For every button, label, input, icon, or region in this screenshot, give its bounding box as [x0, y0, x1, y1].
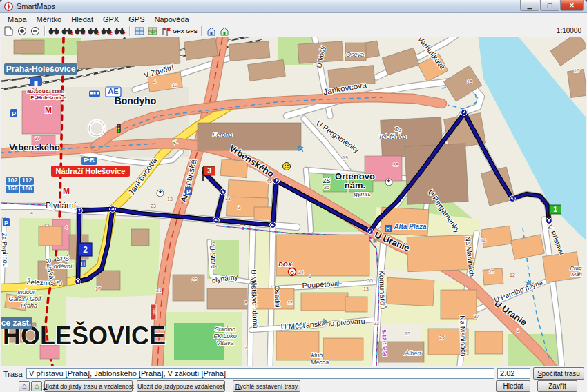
station-door: [35, 81, 38, 86]
menu-bar: MapaMěřítkoHledatGPXGPSNápověda: [0, 13, 587, 26]
svg-text:U: U: [84, 32, 86, 35]
search-binoculars-button-1[interactable]: [48, 26, 60, 37]
H-icon: H: [385, 225, 392, 232]
compute-route-button[interactable]: Spočítat trasu: [533, 367, 584, 380]
house-number: 2: [244, 345, 247, 350]
svg-text:Z: Z: [123, 32, 126, 35]
gpx-button[interactable]: GPX: [173, 26, 184, 37]
menu-item-1[interactable]: Mapa: [3, 14, 32, 24]
menu-item-4[interactable]: GPX: [98, 14, 124, 24]
house-number: 24: [32, 88, 37, 92]
house-blue-button[interactable]: ⌂: [19, 381, 30, 391]
house-number: 8: [244, 300, 247, 305]
home-green-button[interactable]: [218, 26, 230, 37]
house-number: 10: [172, 83, 177, 88]
search-binoculars-button-6[interactable]: Z: [114, 26, 126, 37]
gps-button[interactable]: GPS: [186, 26, 198, 37]
star-glyph: *: [159, 189, 162, 197]
map-label: nám.: [345, 180, 365, 190]
menu-item-3[interactable]: Hledat: [66, 14, 98, 24]
badge-text: 156: [7, 185, 17, 192]
building: [386, 277, 434, 306]
new-map-button[interactable]: [3, 26, 15, 37]
route-flags-button[interactable]: [160, 26, 171, 37]
badge-text: 102: [7, 177, 17, 184]
house-number: 38: [393, 162, 398, 167]
home-blue-button[interactable]: [205, 26, 217, 37]
app-icon: [4, 2, 13, 11]
house-number: 23: [374, 321, 379, 326]
map-label: O₂: [394, 126, 402, 133]
menu-item-5[interactable]: GPS: [124, 14, 149, 24]
quick-route-button[interactable]: Rychlé sestavení trasy: [233, 380, 300, 392]
house-number: 2: [517, 328, 519, 333]
menu-item-6[interactable]: Nápověda: [150, 14, 194, 24]
map-label: Man: [571, 271, 582, 277]
house-blue-icon: ⌂: [22, 383, 27, 389]
search-binoculars-button-2[interactable]: A: [61, 26, 73, 37]
route-field[interactable]: V přístavu [Praha], Jablonského [Praha],…: [26, 368, 494, 379]
map-canvas[interactable]: BondyhoVrbenskéhoVrbenskéhoPlynárníJanko…: [1, 37, 586, 366]
map-label: Plynární: [46, 201, 77, 210]
house-number: 33: [225, 196, 231, 201]
map-label: Komunardů: [378, 270, 387, 309]
house-green-icon: ⌂: [35, 383, 39, 389]
building: [39, 226, 62, 246]
eye: [285, 165, 286, 166]
building: [207, 288, 247, 309]
grid-route-button[interactable]: [146, 26, 158, 37]
eye: [287, 165, 289, 166]
house-number: 1: [309, 274, 311, 279]
star-glyph: *: [387, 178, 391, 186]
badge-text: 186: [21, 185, 32, 192]
map-label: Na Maninách: [459, 315, 468, 356]
map-viewport[interactable]: BondyhoVrbenskéhoVrbenskéhoPlynárníJanko…: [1, 37, 586, 366]
map-label: Vrbenského: [9, 142, 60, 153]
bus-win: [97, 92, 99, 95]
search-binoculars-button-4[interactable]: B: [88, 26, 99, 37]
route-node: [77, 208, 83, 214]
tl-red: [118, 125, 120, 127]
zoom-out-button[interactable]: [29, 26, 41, 37]
g-letter: G: [290, 270, 294, 276]
maximize-button[interactable]: ▢: [540, 0, 559, 11]
map-label: Praha: [21, 302, 37, 309]
smiley-icon: [283, 163, 291, 170]
svg-text:F: F: [110, 32, 113, 35]
tl-icon: [117, 124, 121, 133]
house-number: 13: [363, 286, 369, 291]
save-distance-button[interactable]: Uložit do jízdy pouze vzdálenost: [137, 380, 225, 392]
search-binoculars-button-5[interactable]: F: [101, 26, 113, 37]
house-number: 37: [474, 314, 479, 319]
house-green-button[interactable]: ⌂: [31, 381, 42, 391]
map-label: 5-12-15-54: [381, 329, 387, 357]
house-number: 25: [439, 335, 445, 340]
close-dialog-button[interactable]: Zavřít: [537, 380, 577, 392]
map-label: oděvní: [53, 263, 73, 270]
search-binoculars-button-3[interactable]: U: [75, 26, 86, 37]
house-number: 23: [192, 277, 198, 282]
building: [323, 338, 363, 360]
route-marker-2[interactable]: 2: [79, 243, 92, 256]
tram-stop: [242, 227, 244, 230]
route-node: [461, 110, 468, 116]
minimize-button[interactable]: ▁: [520, 0, 539, 11]
stop-square: [374, 239, 377, 243]
distance-field[interactable]: 2.02: [497, 368, 530, 379]
save-route-distance-button[interactable]: Uložit do jízdy trasu a vzdálenost: [44, 380, 133, 392]
close-button[interactable]: ✕: [560, 0, 584, 11]
zoom-in-button[interactable]: [16, 26, 28, 37]
map-label: ZŠ: [323, 177, 331, 184]
title-bar[interactable]: SmartMaps ▁ ▢ ✕: [0, 0, 587, 13]
metro-m: M: [45, 106, 52, 115]
metro-icon: M: [63, 186, 70, 196]
grid-view-button[interactable]: [133, 26, 145, 37]
badge-text: ce zast.: [1, 318, 31, 328]
toolbar-separator: [129, 26, 130, 36]
route-node: [220, 189, 227, 195]
search-button[interactable]: Hledat: [496, 380, 530, 392]
menu-item-2[interactable]: Měřítko: [32, 14, 67, 24]
house-number: 13: [167, 197, 173, 202]
map-label: gymn.: [354, 190, 372, 197]
map-label: Bondyho: [115, 95, 157, 106]
